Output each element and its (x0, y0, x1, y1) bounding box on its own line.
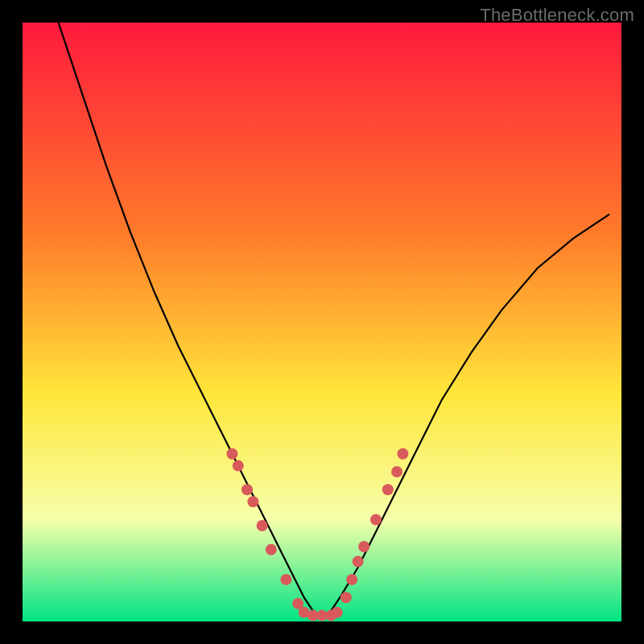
watermark-text: TheBottleneck.com (480, 5, 634, 26)
threshold-dot (346, 574, 357, 585)
threshold-dot (358, 541, 369, 552)
threshold-dot (370, 514, 382, 526)
threshold-dot (257, 520, 268, 531)
gradient-background (23, 23, 621, 621)
chart-area (23, 23, 621, 621)
chart-svg (23, 23, 621, 621)
threshold-dot (280, 574, 291, 585)
threshold-dot (341, 592, 352, 603)
threshold-dot (353, 556, 364, 568)
threshold-dot (242, 484, 253, 495)
threshold-dot (266, 544, 277, 555)
threshold-dot (226, 448, 237, 460)
threshold-dot (382, 484, 394, 495)
threshold-dot (332, 607, 343, 618)
threshold-dot (247, 496, 258, 507)
threshold-dot (397, 448, 408, 460)
threshold-dot (391, 466, 402, 477)
threshold-dot (233, 460, 244, 472)
